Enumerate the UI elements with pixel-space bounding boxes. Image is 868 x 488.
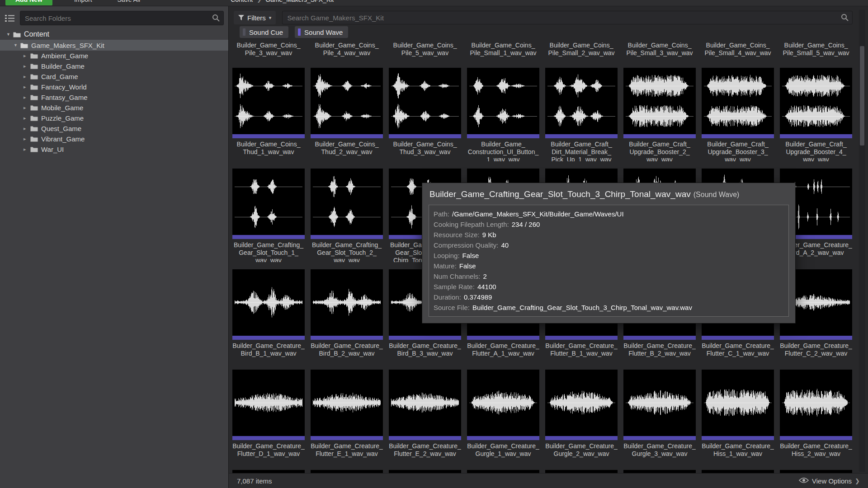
search-folders-input[interactable] <box>20 11 224 25</box>
asset-tile[interactable]: Builder_​Game_​Creature_​Flutter_​D_​1_​… <box>232 370 305 463</box>
filters-button[interactable]: Filters ▾ <box>234 11 276 24</box>
sources-panel-icon[interactable] <box>4 13 16 23</box>
tree-folder-item[interactable]: ▸Ambient_Game <box>0 51 228 61</box>
asset-name: Builder_​Game_​Creature_​Gurgle_​1_​wav_… <box>467 442 539 463</box>
tooltip-field-value: False <box>462 252 479 259</box>
asset-name: Builder_​Game_​Coins_​Pile_​Small_​5_​wa… <box>780 42 852 63</box>
asset-tile[interactable]: Builder_​Game_​Creature_​Flutter_​E_​2_​… <box>389 370 461 463</box>
breadcrumb-current[interactable]: Game_Makers_SFX_Kit <box>265 0 334 3</box>
tree-folder-item[interactable]: ▸Quest_Game <box>0 123 228 134</box>
add-new-label: Add New <box>15 0 42 3</box>
asset-tile[interactable]: Builder_​Game_​Creature_​Gurgle_​1_​wav_… <box>467 370 539 463</box>
tree-folder-item[interactable]: ▸Fantasy_Game <box>0 92 228 103</box>
asset-type-color-strip <box>545 436 618 440</box>
asset-name: Builder_​Game_​Coins_​Thud_​1_​wav_​wav <box>232 141 305 161</box>
search-assets-input[interactable] <box>282 11 853 24</box>
asset-tile[interactable]: Builder_​Game_​Coins_​Thud_​1_​wav_​wav <box>232 68 305 161</box>
waveform-thumbnail <box>702 68 774 138</box>
collapsed-arrow-icon[interactable]: ▸ <box>24 136 30 142</box>
asset-tile[interactable]: Builder_​Game_​Crafting_​Gear_​Slot_​Tou… <box>232 169 305 262</box>
tooltip-field-row: Mature:False <box>434 261 784 271</box>
asset-tile[interactable]: Builder_​Game_​Crafting_​Gear_​Slot_​Tou… <box>311 169 383 262</box>
collapsed-arrow-icon[interactable]: ▸ <box>24 63 30 69</box>
asset-tile[interactable]: Builder_​Game_​Creature_​Flutter_​E_​1_​… <box>311 370 383 463</box>
waveform-canvas <box>232 68 305 134</box>
chevron-right-icon: ❯ <box>257 0 261 3</box>
asset-tile[interactable]: Builder_​Game_​Craft_​Upgrade_​Booster_​… <box>780 68 852 161</box>
asset-tile[interactable]: Builder_​Game_​Craft_​Upgrade_​Booster_​… <box>623 68 696 161</box>
asset-name: Builder_​Game_​Coins_​Pile_​3_​wav_​wav <box>232 42 305 63</box>
add-new-button[interactable]: Add New <box>5 0 52 5</box>
asset-tile[interactable]: Builder_​Game_​Creature_​Bird_​B_​2_​wav… <box>311 269 383 363</box>
asset-tile[interactable]: Builder_​Game_​Creature_​Gurgle_​2_​wav_… <box>545 370 618 463</box>
collapsed-arrow-icon[interactable]: ▸ <box>24 53 30 59</box>
tree-folder-item[interactable]: ▸Fantacy_World <box>0 82 228 92</box>
waveform-thumbnail <box>780 68 852 138</box>
vertical-scrollbar[interactable] <box>859 10 865 472</box>
asset-tile[interactable]: Builder_​Game_​Coins_​Pile_​Small_​1_​wa… <box>467 42 539 63</box>
view-options-button[interactable]: View Options ❯ <box>799 477 860 485</box>
asset-tile[interactable]: Builder_​Game_​Coins_​Thud_​2_​wav_​wav <box>311 68 383 161</box>
asset-tile[interactable]: Builder_​Game_​Craft_​Upgrade_​Booster_​… <box>702 68 774 161</box>
asset-tile[interactable]: Builder_​Game_​Craft_​Dirt_​Material_​Br… <box>545 68 618 161</box>
asset-name: Builder_​Game_​Coins_​Pile_​Small_​2_​wa… <box>545 42 618 63</box>
collapsed-arrow-icon[interactable]: ▸ <box>24 146 30 152</box>
breadcrumb-root[interactable]: Content <box>231 0 253 3</box>
collapsed-arrow-icon[interactable]: ▸ <box>24 126 30 131</box>
asset-tile[interactable]: Builder_​Game_​Coins_​Pile_​Small_​5_​wa… <box>780 42 852 63</box>
collapsed-arrow-icon[interactable]: ▸ <box>24 115 30 121</box>
tooltip-field-label: Cooking Filepath Length: <box>434 221 509 228</box>
tree-folder-item[interactable]: ▸Card_Game <box>0 71 228 82</box>
collapsed-arrow-icon[interactable]: ▸ <box>24 84 30 90</box>
tree-root-label: Content <box>24 30 49 38</box>
scrollbar-thumb[interactable] <box>860 46 864 145</box>
tree-folder-item[interactable]: ▸Mobile_Game <box>0 103 228 113</box>
tooltip-field-row: Path:/Game/Game_Makers_SFX_Kit/Builder_G… <box>434 209 784 219</box>
asset-tile[interactable]: Builder_​Game_​Construction_​UI_​Button_… <box>467 68 539 161</box>
asset-tooltip: Builder_Game_Crafting_Gear_Slot_Touch_3_… <box>422 183 796 324</box>
filter-chip-sound-wave[interactable]: Sound Wave <box>295 26 348 38</box>
tree-folder-selected[interactable]: ▼ Game_Makers_SFX_Kit <box>0 40 228 51</box>
asset-name: Builder_​Game_​Coins_​Pile_​Small_​4_​wa… <box>702 42 774 63</box>
asset-type-color-strip <box>311 336 383 340</box>
tree-folder-item[interactable]: ▸Builder_Game <box>0 61 228 71</box>
asset-tile[interactable]: Builder_​Game_​Coins_​Pile_​Small_​2_​wa… <box>545 42 618 63</box>
waveform-canvas <box>545 68 618 134</box>
asset-tile[interactable]: Builder_​Game_​Coins_​Pile_​4_​wav_​wav <box>311 42 383 63</box>
asset-tile[interactable]: Builder_​Game_​Coins_​Pile_​Small_​3_​wa… <box>623 42 696 63</box>
asset-tile[interactable]: Builder_​Game_​Creature_​Hiss_​1_​wav_​w… <box>702 370 774 463</box>
tooltip-field-value: Builder_Game_Crafting_Gear_Slot_Touch_3_… <box>472 304 692 311</box>
collapsed-arrow-icon[interactable]: ▸ <box>24 74 30 80</box>
waveform-canvas <box>389 68 461 134</box>
waveform-canvas <box>232 169 305 235</box>
import-button[interactable]: Import <box>74 0 92 3</box>
asset-tile[interactable]: Builder_​Game_​Creature_​Hiss_​2_​wav_​w… <box>780 370 852 463</box>
filter-chip-sound-cue[interactable]: Sound Cue <box>240 26 288 38</box>
expand-arrow-icon[interactable]: ▼ <box>14 43 20 47</box>
asset-tile[interactable]: Builder_​Game_​Creature_​Gurgle_​3_​wav_… <box>623 370 696 463</box>
waveform-thumbnail <box>545 68 618 138</box>
collapsed-arrow-icon[interactable]: ▸ <box>24 105 30 111</box>
tree-folder-item[interactable]: ▸War_UI <box>0 144 228 155</box>
collapsed-arrow-icon[interactable]: ▸ <box>24 94 30 100</box>
asset-type-color-strip <box>780 134 852 138</box>
save-all-button[interactable]: Save All <box>118 0 141 3</box>
asset-tile[interactable]: Builder_​Game_​Creature_​Bird_​B_​1_​wav… <box>232 269 305 363</box>
tree-root-content[interactable]: ▼ Content <box>0 29 228 40</box>
tooltip-field-row: Source File:Builder_Game_Crafting_Gear_S… <box>434 302 784 313</box>
tree-folder-item[interactable]: ▸Puzzle_Game <box>0 113 228 123</box>
tooltip-field-label: Resource Size: <box>434 231 480 239</box>
items-count: 7,087 items <box>237 477 272 485</box>
tree-folder-label: Builder_Game <box>41 62 85 70</box>
asset-name: Builder_​Game_​Creature_​Hiss_​2_​wav_​w… <box>780 442 852 463</box>
asset-type-color-strip <box>623 436 696 440</box>
expand-arrow-icon[interactable]: ▼ <box>6 32 13 37</box>
waveform-canvas <box>311 370 383 436</box>
tree-folder-item[interactable]: ▸Vibrant_Game <box>0 134 228 144</box>
asset-tile[interactable]: Builder_​Game_​Coins_​Thud_​3_​wav_​wav <box>389 68 461 161</box>
filter-chip-label: Sound Wave <box>304 28 343 36</box>
asset-type-color-strip <box>702 134 774 138</box>
asset-tile[interactable]: Builder_​Game_​Coins_​Pile_​5_​wav_​wav <box>389 42 461 63</box>
asset-tile[interactable]: Builder_​Game_​Coins_​Pile_​3_​wav_​wav <box>232 42 305 63</box>
asset-tile[interactable]: Builder_​Game_​Coins_​Pile_​Small_​4_​wa… <box>702 42 774 63</box>
